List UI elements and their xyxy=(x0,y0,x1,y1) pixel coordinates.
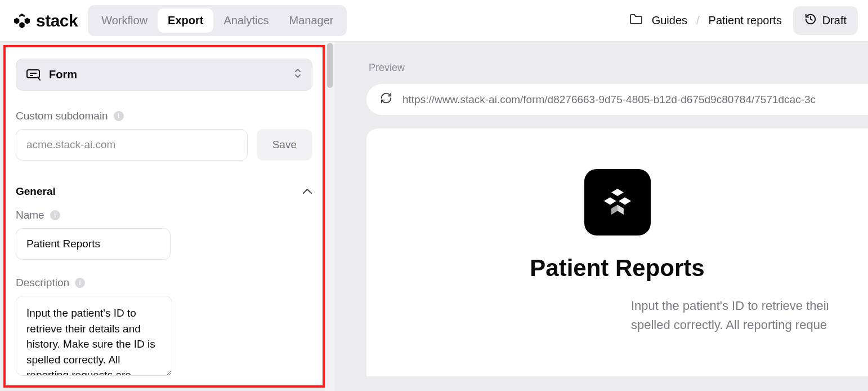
preview-url-text[interactable]: https://www.stack-ai.com/form/d8276663-9… xyxy=(402,94,816,106)
reload-icon[interactable] xyxy=(380,92,392,107)
tab-manager[interactable]: Manager xyxy=(279,8,343,33)
breadcrumb: Guides / Patient reports xyxy=(629,14,782,28)
main-content: Form Custom subdomain i Save Gen xyxy=(0,42,868,391)
info-icon[interactable]: i xyxy=(114,111,124,121)
sidebar-scrollbar[interactable] xyxy=(325,42,335,391)
draft-label: Draft xyxy=(822,14,847,27)
tab-analytics[interactable]: Analytics xyxy=(213,8,279,33)
history-icon xyxy=(804,13,817,28)
name-field: Name i xyxy=(16,209,312,260)
sidebar-scrollbar-thumb[interactable] xyxy=(327,43,333,88)
form-type-selector[interactable]: Form xyxy=(16,59,312,91)
info-icon[interactable]: i xyxy=(75,278,85,288)
info-icon[interactable]: i xyxy=(50,210,60,220)
preview-url-bar: https://www.stack-ai.com/form/d8276663-9… xyxy=(366,84,868,115)
nav-tabs: Workflow Export Analytics Manager xyxy=(88,5,347,36)
logo-icon xyxy=(14,12,30,29)
app-logo: stack xyxy=(14,11,78,30)
name-label: Name xyxy=(16,209,44,221)
svg-marker-2 xyxy=(603,197,616,205)
logo-text: stack xyxy=(36,11,78,30)
description-field: Description i xyxy=(16,277,312,378)
save-button[interactable]: Save xyxy=(257,129,312,161)
breadcrumb-current[interactable]: Patient reports xyxy=(709,14,782,27)
chevron-updown-icon xyxy=(294,68,302,81)
description-input[interactable] xyxy=(16,296,172,376)
svg-marker-5 xyxy=(611,205,618,215)
subdomain-input[interactable] xyxy=(16,129,248,161)
breadcrumb-guides[interactable]: Guides xyxy=(652,14,687,27)
general-section-header[interactable]: General xyxy=(16,185,312,198)
preview-card: Patient Reports Input the patient's ID t… xyxy=(366,128,868,376)
preview-pane: Preview https://www.stack-ai.com/form/d8… xyxy=(335,42,868,391)
subdomain-field: Custom subdomain i Save xyxy=(16,110,312,161)
preview-description: Input the patient's ID to retrieve their… xyxy=(366,296,828,335)
sidebar-frame: Form Custom subdomain i Save Gen xyxy=(0,42,335,391)
top-bar: stack Workflow Export Analytics Manager … xyxy=(0,0,868,42)
subdomain-label: Custom subdomain i xyxy=(16,110,312,122)
name-input[interactable] xyxy=(16,228,171,260)
draft-button[interactable]: Draft xyxy=(793,6,858,35)
preview-app-icon xyxy=(584,169,651,236)
svg-marker-4 xyxy=(618,205,624,215)
breadcrumb-separator: / xyxy=(696,14,700,27)
svg-marker-1 xyxy=(611,189,624,196)
top-right-controls: Guides / Patient reports Draft xyxy=(629,6,858,35)
folder-icon xyxy=(629,14,643,28)
tab-export[interactable]: Export xyxy=(158,8,213,33)
form-selector-label: Form xyxy=(49,68,77,81)
chevron-up-icon xyxy=(302,185,312,198)
tab-workflow[interactable]: Workflow xyxy=(91,8,158,33)
settings-sidebar: Form Custom subdomain i Save Gen xyxy=(3,45,325,388)
form-icon xyxy=(26,69,41,81)
preview-label: Preview xyxy=(366,62,868,74)
general-section: Name i Description i xyxy=(16,198,312,378)
description-label: Description xyxy=(16,277,69,289)
svg-marker-3 xyxy=(619,197,631,205)
preview-title: Patient Reports xyxy=(530,255,704,282)
